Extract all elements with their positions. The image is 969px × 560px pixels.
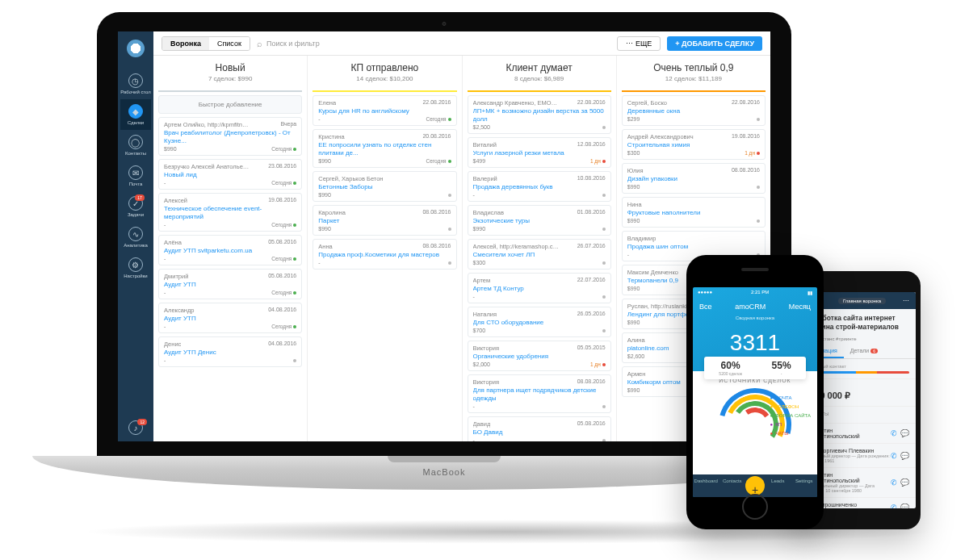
card-date: 23.08.2016 [268,163,296,170]
sidebar-notifications[interactable]: ♪ 12 [118,416,153,441]
deal-card[interactable]: Давид05.08.2016 БО Давид - [468,416,611,441]
more-button[interactable]: ⋯ ЕЩЕ [617,36,661,51]
phone-menu-toggle[interactable]: Все [699,303,712,311]
deal-card[interactable]: Виктория08.08.2016 Для партнера ищет под… [468,374,611,413]
phone-tab[interactable]: Settings [791,474,818,497]
legend-item: ПОЧТА [770,394,811,403]
deal-card[interactable]: Алексей, http://keramashop.com.ua/26.07.… [468,239,611,270]
deal-card[interactable]: Каролина08.08.2016 Паркет $990 [313,205,456,236]
pipeline-column: Клиент думает 8 сделок: $6,989 Александр… [463,56,617,441]
phone2-tab-details[interactable]: Детали6 [844,345,884,358]
card-price: - [473,437,475,441]
deal-card[interactable]: Сергей, Боско22.08.2016 Деревянные окна … [622,95,766,126]
app-logo[interactable] [127,40,145,57]
card-status: Сегодня [426,116,451,122]
phone-tab[interactable]: Contacts [719,474,746,497]
card-title: Врач реабилитолог (Днепропетровск) - От … [164,129,296,145]
deal-card[interactable]: Андрей Александрович19.08.2016 Строитель… [622,129,766,160]
card-status [602,295,606,299]
deal-card[interactable]: Владислав01.08.2016 Экзотические туры $9… [468,205,611,236]
card-title: Строительная химия [627,141,760,149]
card-status: Сегодня [271,146,296,152]
card-title: Экзотические туры [473,217,606,225]
chat-icon: 💬 [900,504,909,509]
card-contact: Виктория [473,345,500,352]
chat-icon: 💬 [900,452,909,460]
deal-card[interactable]: Виталий12.08.2016 Услуги лазерной резки … [468,137,611,168]
chat-icon: 💬 [900,429,909,437]
deal-card[interactable]: Денис04.08.2016 Аудит УТП Денис - [158,336,302,367]
card-price: - [473,192,475,198]
add-deal-button[interactable]: + ДОБАВИТЬ СДЕЛКУ [667,36,762,51]
sidebar-item-3[interactable]: ✉Почта [120,161,151,191]
card-price: $299 [627,116,640,122]
card-contact: Александр [164,307,195,314]
phone-add-button[interactable]: + [745,476,765,495]
deal-card[interactable]: Алексей19.08.2016 Техническое обеспечени… [158,193,302,232]
card-date: 08.08.2016 [422,209,451,216]
phone-tab[interactable]: Leads [765,474,791,497]
card-status [602,439,606,442]
card-status [602,261,606,265]
card-contact: Владислав [473,209,504,216]
deal-card[interactable]: Артем22.07.2016 Артем ТД Контур - [468,273,611,303]
sidebar-item-4[interactable]: ✓Задачи17 [120,191,151,222]
deal-card[interactable]: Александр Кравченко, EMOZZI22.08.2016 ЛП… [468,95,611,134]
deal-card[interactable]: Елена22.08.2016 Курсы для HR по английск… [313,95,456,126]
card-price: - [627,252,629,257]
deal-card[interactable]: Алёна05.08.2016 Аудит УТП svitparketu.co… [158,235,302,265]
deal-card[interactable]: Нина Фруктовые наполнители $990 [622,197,766,228]
column-header: Новый 7 сделок: $990 [153,56,307,87]
card-title: Аудит УТП [164,315,296,323]
list-view-button[interactable]: Список [209,37,250,50]
deal-card[interactable]: Артем Олийко, http://kpmfitness.com.ua/В… [158,117,302,156]
phone-icon: ✆ [891,504,897,509]
phone-tab[interactable]: Dashboard [693,474,719,497]
card-date: 08.08.2016 [577,378,606,386]
deal-card[interactable]: Сергей, Харьков Бетон Бетонные Заборы $9… [313,171,456,202]
sidebar-item-0[interactable]: ◷Рабочий стол [120,69,151,99]
card-status [602,228,606,231]
sidebar-item-6[interactable]: ⚙Настройки [120,253,151,283]
nav-icon: ◆ [128,104,143,119]
card-date: 08.08.2016 [732,167,760,174]
quick-add[interactable]: Быстрое добавление [158,95,302,114]
search-input[interactable]: ⌕ Поиск и фильтр [257,39,610,48]
funnel-view-button[interactable]: Воронка [162,37,209,50]
deal-card[interactable]: Кристина20.08.2016 ЕЕ попросили узнать п… [313,129,456,168]
card-contact: Давид [473,420,491,428]
card-price: $2,500 [473,124,490,130]
card-status [448,261,451,265]
card-contact: Юлия [627,167,644,174]
deal-card[interactable]: Валерий10.08.2016 Продажа деревянных бук… [468,171,611,202]
deal-card[interactable]: Безручко Алексей Анатольевич23.08.2016 Н… [158,159,302,190]
sidebar-item-2[interactable]: ◯Контакты [120,130,151,161]
sidebar-item-5[interactable]: ∿Аналитика [120,222,151,253]
deal-card[interactable]: Анна08.08.2016 Продажа проф.Косметики дл… [313,239,456,270]
legend-item: КП [770,420,811,429]
deal-card[interactable]: Виктория05.05.2015 Органические удобрени… [468,341,611,371]
card-title: Услуги лазерной резки метала [473,149,606,157]
card-date: 22.07.2016 [577,277,606,284]
card-status [602,194,606,197]
deal-card[interactable]: Наталия26.05.2016 Для СТО оборудование $… [468,307,611,337]
phone2-pipeline-pill[interactable]: Главная воронка [838,298,886,304]
deal-card[interactable]: Юлия08.08.2016 Дизайн упаковки $990 [622,163,766,194]
column-subtitle: 14 сделок: $10,200 [313,75,456,82]
phone-app-title: amoCRM [735,303,766,311]
card-date: 05.08.2016 [577,420,606,428]
deal-card[interactable]: Дмитрий05.08.2016 Аудит УТП -Сегодня [158,269,302,299]
card-contact: Анна [318,243,332,250]
card-price: $300 [627,150,640,156]
legend-item: ЧАТЫ [770,429,811,438]
deal-card[interactable]: Александр04.08.2016 Аудит УТП -Сегодня [158,303,302,333]
camera-dot [443,22,447,26]
phone-period[interactable]: Месяц [789,303,811,311]
card-price: $990 [627,320,640,325]
card-date: 26.05.2016 [577,311,606,318]
phone-dashboard: ●●●●●2:21 PM▮▮ Все amoCRM Месяц Сводная … [686,255,824,529]
nav-icon: ⚙ [128,257,143,272]
sidebar-item-1[interactable]: ◆Сделки [120,99,151,130]
phone2-more-icon[interactable]: ⋯ [903,297,909,304]
phone-funnel-pill[interactable]: Сводная воронка [693,316,817,320]
